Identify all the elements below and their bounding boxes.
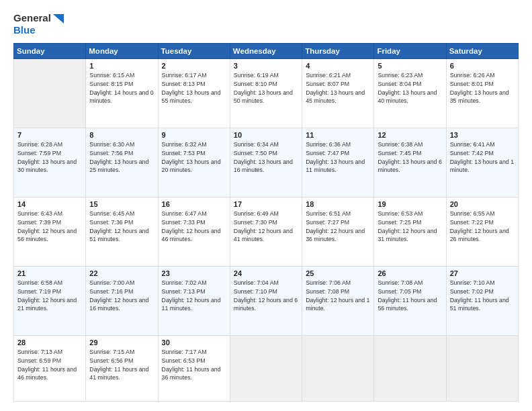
day-number: 20 [450,200,515,208]
calendar-cell [446,336,518,402]
calendar-table: SundayMondayTuesdayWednesdayThursdayFrid… [13,43,519,402]
day-detail: Sunrise: 7:00 AMSunset: 7:16 PMDaylight:… [89,279,154,313]
calendar-cell: 16Sunrise: 6:47 AMSunset: 7:33 PMDayligh… [158,197,230,267]
day-number: 16 [162,200,226,208]
day-detail: Sunrise: 6:47 AMSunset: 7:33 PMDaylight:… [162,210,226,244]
day-number: 8 [89,131,154,139]
day-detail: Sunrise: 6:19 AMSunset: 8:10 PMDaylight:… [234,71,298,105]
calendar-cell: 6Sunrise: 6:26 AMSunset: 8:01 PMDaylight… [446,59,518,128]
day-number: 2 [162,62,226,70]
day-number: 19 [378,200,442,208]
day-number: 5 [378,62,442,70]
calendar-cell: 26Sunrise: 7:08 AMSunset: 7:05 PMDayligh… [374,267,446,336]
day-detail: Sunrise: 6:17 AMSunset: 8:13 PMDaylight:… [162,71,226,105]
day-detail: Sunrise: 6:53 AMSunset: 7:25 PMDaylight:… [378,210,442,244]
day-number: 23 [162,269,226,277]
calendar-cell [14,59,86,128]
day-detail: Sunrise: 7:17 AMSunset: 6:53 PMDaylight:… [162,348,226,382]
calendar-cell: 30Sunrise: 7:17 AMSunset: 6:53 PMDayligh… [158,336,230,402]
calendar-cell: 24Sunrise: 7:04 AMSunset: 7:10 PMDayligh… [230,267,302,336]
day-number: 13 [450,131,515,139]
day-number: 24 [234,269,298,277]
calendar-cell: 21Sunrise: 6:58 AMSunset: 7:19 PMDayligh… [14,267,86,336]
day-number: 28 [17,338,82,347]
calendar-cell: 10Sunrise: 6:34 AMSunset: 7:50 PMDayligh… [230,128,302,197]
svg-marker-0 [53,14,64,24]
day-number: 22 [89,269,154,277]
calendar-cell: 15Sunrise: 6:45 AMSunset: 7:36 PMDayligh… [86,197,158,267]
day-number: 10 [234,131,298,139]
calendar-cell: 17Sunrise: 6:49 AMSunset: 7:30 PMDayligh… [230,197,302,267]
calendar-cell [302,336,374,402]
calendar-cell: 9Sunrise: 6:32 AMSunset: 7:53 PMDaylight… [158,128,230,197]
calendar-cell: 22Sunrise: 7:00 AMSunset: 7:16 PMDayligh… [86,267,158,336]
col-header-saturday: Saturday [446,44,518,59]
calendar-cell: 18Sunrise: 6:51 AMSunset: 7:27 PMDayligh… [302,197,374,267]
day-number: 4 [306,62,370,70]
day-number: 26 [378,269,442,277]
day-detail: Sunrise: 6:32 AMSunset: 7:53 PMDaylight:… [162,140,226,175]
day-detail: Sunrise: 6:45 AMSunset: 7:36 PMDaylight:… [89,210,154,244]
day-detail: Sunrise: 6:30 AMSunset: 7:56 PMDaylight:… [89,140,154,175]
day-detail: Sunrise: 6:36 AMSunset: 7:47 PMDaylight:… [306,140,370,175]
calendar-cell: 3Sunrise: 6:19 AMSunset: 8:10 PMDaylight… [230,59,302,128]
calendar-cell [374,336,446,402]
col-header-monday: Monday [86,44,158,59]
day-number: 17 [234,200,298,208]
day-detail: Sunrise: 6:43 AMSunset: 7:39 PMDaylight:… [17,210,82,244]
day-detail: Sunrise: 6:21 AMSunset: 8:07 PMDaylight:… [306,71,370,105]
day-number: 25 [306,269,370,277]
col-header-friday: Friday [374,44,446,59]
day-number: 3 [234,62,298,70]
day-detail: Sunrise: 6:38 AMSunset: 7:45 PMDaylight:… [378,140,442,175]
day-number: 27 [450,269,515,277]
calendar-cell: 5Sunrise: 6:23 AMSunset: 8:04 PMDaylight… [374,59,446,128]
day-detail: Sunrise: 7:06 AMSunset: 7:08 PMDaylight:… [306,279,370,313]
day-number: 18 [306,200,370,208]
logo: General Blue [13,12,64,36]
calendar-cell: 1Sunrise: 6:15 AMSunset: 8:15 PMDaylight… [86,59,158,128]
calendar-cell: 13Sunrise: 6:41 AMSunset: 7:42 PMDayligh… [446,128,518,197]
day-detail: Sunrise: 7:13 AMSunset: 6:59 PMDaylight:… [17,348,82,382]
day-detail: Sunrise: 6:41 AMSunset: 7:42 PMDaylight:… [450,140,515,175]
calendar-cell: 8Sunrise: 6:30 AMSunset: 7:56 PMDaylight… [86,128,158,197]
calendar-cell: 29Sunrise: 7:15 AMSunset: 6:56 PMDayligh… [86,336,158,402]
day-detail: Sunrise: 6:23 AMSunset: 8:04 PMDaylight:… [378,71,442,105]
calendar-cell: 2Sunrise: 6:17 AMSunset: 8:13 PMDaylight… [158,59,230,128]
day-detail: Sunrise: 6:51 AMSunset: 7:27 PMDaylight:… [306,210,370,244]
day-number: 14 [17,200,82,208]
day-number: 21 [17,269,82,277]
day-number: 30 [162,338,226,347]
day-detail: Sunrise: 6:26 AMSunset: 8:01 PMDaylight:… [450,71,515,105]
day-detail: Sunrise: 7:04 AMSunset: 7:10 PMDaylight:… [234,279,298,313]
day-number: 15 [89,200,154,208]
day-number: 9 [162,131,226,139]
calendar-row-3: 21Sunrise: 6:58 AMSunset: 7:19 PMDayligh… [14,267,519,336]
col-header-thursday: Thursday [302,44,374,59]
header: General Blue [13,12,519,36]
day-detail: Sunrise: 7:02 AMSunset: 7:13 PMDaylight:… [162,279,226,313]
day-detail: Sunrise: 6:34 AMSunset: 7:50 PMDaylight:… [234,140,298,175]
calendar-row-0: 1Sunrise: 6:15 AMSunset: 8:15 PMDaylight… [14,59,519,128]
day-number: 7 [17,131,82,139]
calendar-row-1: 7Sunrise: 6:28 AMSunset: 7:59 PMDaylight… [14,128,519,197]
calendar-cell: 12Sunrise: 6:38 AMSunset: 7:45 PMDayligh… [374,128,446,197]
day-detail: Sunrise: 7:15 AMSunset: 6:56 PMDaylight:… [89,348,154,382]
day-number: 12 [378,131,442,139]
day-detail: Sunrise: 6:55 AMSunset: 7:22 PMDaylight:… [450,210,515,244]
day-number: 1 [89,62,154,70]
calendar-cell: 19Sunrise: 6:53 AMSunset: 7:25 PMDayligh… [374,197,446,267]
calendar-cell [230,336,302,402]
calendar-cell: 4Sunrise: 6:21 AMSunset: 8:07 PMDaylight… [302,59,374,128]
calendar-cell: 23Sunrise: 7:02 AMSunset: 7:13 PMDayligh… [158,267,230,336]
header-row: SundayMondayTuesdayWednesdayThursdayFrid… [14,44,519,59]
day-detail: Sunrise: 7:08 AMSunset: 7:05 PMDaylight:… [378,279,442,313]
calendar-page: General Blue SundayMondayTuesdayWednesda… [0,0,532,411]
day-detail: Sunrise: 6:49 AMSunset: 7:30 PMDaylight:… [234,210,298,244]
calendar-cell: 25Sunrise: 7:06 AMSunset: 7:08 PMDayligh… [302,267,374,336]
calendar-cell: 28Sunrise: 7:13 AMSunset: 6:59 PMDayligh… [14,336,86,402]
logo-general: General [13,12,64,24]
calendar-cell: 27Sunrise: 7:10 AMSunset: 7:02 PMDayligh… [446,267,518,336]
calendar-cell: 14Sunrise: 6:43 AMSunset: 7:39 PMDayligh… [14,197,86,267]
day-detail: Sunrise: 6:58 AMSunset: 7:19 PMDaylight:… [17,279,82,313]
